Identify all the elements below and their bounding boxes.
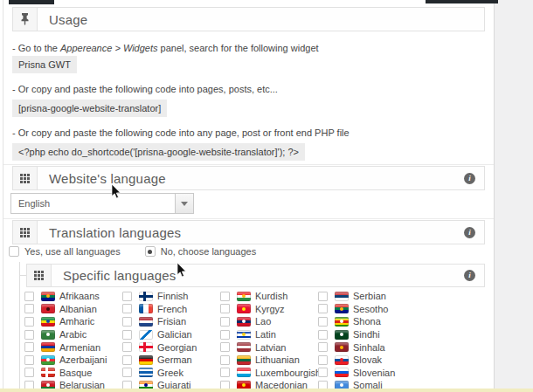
language-checkbox[interactable] xyxy=(122,355,132,365)
language-checkbox[interactable] xyxy=(24,330,34,340)
drag-handle-icon[interactable] xyxy=(13,221,38,244)
language-checkbox[interactable] xyxy=(318,355,328,365)
flag-icon xyxy=(237,342,251,352)
flag-icon xyxy=(41,355,55,365)
option-yes-label: Yes, use all languages xyxy=(24,246,121,257)
language-checkbox[interactable] xyxy=(220,304,230,313)
flag-icon xyxy=(237,317,251,327)
language-checkbox[interactable] xyxy=(318,317,328,327)
drag-handle-icon[interactable] xyxy=(27,265,52,286)
flag-icon xyxy=(139,330,153,340)
language-item: Slovak xyxy=(318,354,416,367)
language-label: Latin xyxy=(255,329,276,340)
language-checkbox[interactable] xyxy=(318,368,328,377)
language-label: Greek xyxy=(157,368,183,378)
flag-emblem xyxy=(242,320,246,323)
language-label: Lao xyxy=(255,316,271,327)
language-checkbox[interactable] xyxy=(220,330,230,340)
info-icon[interactable]: i xyxy=(464,227,475,238)
flag-emblem xyxy=(144,383,148,387)
flag-icon xyxy=(41,317,55,327)
language-checkbox[interactable] xyxy=(122,304,132,313)
specific-languages-section-header[interactable]: Specific languages i xyxy=(26,264,485,287)
flag-icon xyxy=(41,292,55,301)
language-label: Finnish xyxy=(157,291,188,301)
flag-icon xyxy=(41,304,55,313)
flag-emblem xyxy=(46,294,50,298)
select-dropdown-button[interactable] xyxy=(175,194,193,213)
flag-icon xyxy=(335,330,349,340)
page-gutter xyxy=(494,0,533,392)
language-label: Lithuanian xyxy=(255,354,300,365)
language-checkbox[interactable] xyxy=(318,292,328,301)
language-checkbox[interactable] xyxy=(220,368,230,377)
flag-emblem xyxy=(242,307,246,311)
translation-languages-section-header[interactable]: Translation languages i xyxy=(12,220,485,244)
flag-emblem xyxy=(46,383,50,387)
option-no-radio[interactable] xyxy=(145,246,156,257)
language-checkbox[interactable] xyxy=(318,330,328,340)
plugin-settings-page: Usage - Go to the Appereance > Widgets p… xyxy=(0,0,533,392)
language-checkbox[interactable] xyxy=(24,342,34,352)
flag-icon xyxy=(335,304,349,313)
drag-handle-icon[interactable] xyxy=(13,167,38,189)
language-label: Armenian xyxy=(59,342,100,353)
flag-emblem xyxy=(340,383,343,387)
flag-emblem xyxy=(46,307,50,311)
chrome-bar-right xyxy=(426,0,498,3)
panel-left-border xyxy=(3,0,3,392)
language-checkbox[interactable] xyxy=(24,355,34,365)
language-label: Basque xyxy=(59,368,92,378)
language-item: Serbian xyxy=(318,290,416,303)
flag-icon xyxy=(41,330,55,340)
flag-icon xyxy=(139,368,153,377)
language-checkbox[interactable] xyxy=(220,317,230,327)
language-checkbox[interactable] xyxy=(122,342,132,352)
language-checkbox[interactable] xyxy=(24,292,34,301)
website-language-select[interactable]: English xyxy=(10,193,194,214)
usage-step-2: - Or copy and paste the following code i… xyxy=(12,84,278,94)
language-item: Sindhi xyxy=(318,328,416,341)
language-label: Luxembourgish xyxy=(255,368,321,378)
language-checkbox[interactable] xyxy=(318,304,328,313)
language-checkbox[interactable] xyxy=(318,342,328,352)
use-all-languages-options: Yes, use all languages No, choose langua… xyxy=(9,246,256,257)
option-yes-radio[interactable] xyxy=(9,246,19,257)
language-item: Armenian xyxy=(24,340,122,354)
shortcode-code: [prisna-google-website-translator] xyxy=(12,100,167,117)
language-checkbox[interactable] xyxy=(24,368,34,377)
language-checkbox[interactable] xyxy=(24,304,34,313)
language-item: Latin xyxy=(220,328,318,341)
language-label: Shona xyxy=(353,316,381,327)
flag-emblem xyxy=(340,333,343,336)
flag-icon xyxy=(237,292,251,301)
language-item: Greek xyxy=(122,367,220,380)
language-item: Luxembourgish xyxy=(220,367,318,380)
usage-section-header[interactable]: Usage xyxy=(12,7,485,31)
website-language-section-header[interactable]: Website's language i xyxy=(12,166,485,190)
language-checkbox[interactable] xyxy=(122,368,132,377)
language-item: Shona xyxy=(318,315,416,328)
language-checkbox[interactable] xyxy=(24,317,34,327)
flag-icon xyxy=(139,355,153,365)
language-checkbox[interactable] xyxy=(220,355,230,365)
language-checkbox[interactable] xyxy=(122,317,132,327)
language-item: Azerbaijani xyxy=(24,354,122,367)
usage-step-1: - Go to the Appereance > Widgets panel, … xyxy=(12,43,319,53)
language-item: Kurdish xyxy=(220,290,318,303)
language-label: Sesotho xyxy=(353,304,388,314)
flag-emblem xyxy=(340,358,343,361)
info-icon[interactable]: i xyxy=(464,173,475,184)
language-checkbox[interactable] xyxy=(122,292,132,301)
language-label: Albanian xyxy=(59,304,97,314)
language-checkbox[interactable] xyxy=(220,292,230,301)
flag-icon xyxy=(237,330,251,340)
flag-icon xyxy=(237,355,251,365)
language-label: Afrikaans xyxy=(59,291,100,301)
language-checkbox[interactable] xyxy=(220,342,230,352)
flag-icon xyxy=(237,304,251,313)
language-item: Georgian xyxy=(122,340,220,354)
info-icon[interactable]: i xyxy=(464,270,475,281)
language-checkbox[interactable] xyxy=(122,330,132,340)
flag-emblem xyxy=(340,307,343,311)
